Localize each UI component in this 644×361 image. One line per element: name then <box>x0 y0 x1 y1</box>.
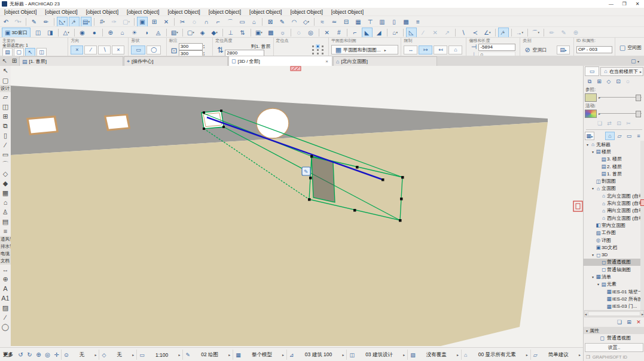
splitter-icon[interactable]: ✂ <box>624 119 633 128</box>
tree-expander-icon[interactable]: ▾ <box>591 275 595 279</box>
add-cutting-plane-icon[interactable]: △ <box>61 28 72 38</box>
shadow-icon[interactable]: ◑ <box>141 28 152 38</box>
tree-item[interactable]: ▾ ◻ 3D <box>584 251 644 258</box>
shape-rectangle-icon[interactable]: ▭ <box>131 45 145 54</box>
hatch-icon[interactable]: ▩ <box>401 17 411 27</box>
split-icon[interactable]: ◌ <box>189 17 200 27</box>
scale-option[interactable]: ▭ 1:100 ▸ <box>136 350 182 360</box>
width-input[interactable]: 300 <box>179 43 203 50</box>
toolbar-icon[interactable] <box>174 18 175 26</box>
orbit-icon[interactable]: ◎ <box>43 351 52 358</box>
cutting-planes-icon[interactable]: ◨ <box>45 28 56 38</box>
orbit-mode-icon[interactable]: ◌ <box>294 28 304 38</box>
toolbar-icon[interactable] <box>291 29 291 37</box>
editing-plane-toggle-icon[interactable]: ◣ <box>362 28 373 38</box>
3d-viewport[interactable]: ✎ <box>11 66 583 347</box>
toolbar-icon[interactable] <box>102 29 103 37</box>
fill-toggle-icon[interactable]: ⊡ <box>614 119 624 128</box>
arrow-tool[interactable]: ↖ <box>0 66 11 75</box>
mirror-icon[interactable]: ◇ <box>301 17 312 27</box>
adjust-icon[interactable]: ∩ <box>201 17 212 27</box>
graphic-override-option[interactable]: ▨ 没有覆盖 ▸ <box>407 350 461 360</box>
view-tab[interactable]: ⌂ [北向立面图] <box>333 56 437 66</box>
window-2[interactable] <box>106 116 129 129</box>
toolbar-icon[interactable] <box>403 29 404 37</box>
design-section-label[interactable]: 设计 <box>0 85 11 92</box>
text-tool[interactable]: A <box>0 284 11 293</box>
marquee-tool[interactable]: ▢ <box>0 75 11 85</box>
library-chooser-button[interactable]: ▤▸ <box>557 45 570 54</box>
frame-icon[interactable]: ▢ <box>121 17 132 27</box>
zoom-box-icon[interactable]: ⊕ <box>34 351 43 358</box>
zoom-preset-option[interactable]: ⊙ 无 ▸ <box>61 350 99 360</box>
guide-project-icon[interactable]: ↗ <box>442 28 453 38</box>
toolbar-icon[interactable] <box>251 29 251 37</box>
graphisoft-id-row[interactable]: ❐ GRAPHISOFT ID <box>584 353 644 360</box>
wall-tool[interactable]: ▱ <box>0 92 11 102</box>
publisher-icon[interactable]: ≡ <box>634 132 643 140</box>
toolbar-icon[interactable] <box>222 29 223 37</box>
column-icon[interactable]: ▯ <box>389 17 399 27</box>
explore-walk-icon[interactable]: ✛ <box>52 351 61 358</box>
rotate-icon[interactable]: ◠ <box>289 17 300 27</box>
plan-section-button[interactable]: ▦ 平面图和剖面图... ▸ <box>331 45 398 54</box>
view-map-icon[interactable]: ▱ <box>615 132 624 140</box>
tree-item[interactable]: ◧ 室内立面图 <box>584 222 644 229</box>
magnet-icon[interactable]: ⊕ <box>570 28 581 38</box>
pen-icon[interactable]: ✎ <box>558 28 569 38</box>
toolbar-icon[interactable] <box>134 18 135 26</box>
snap-grid-icon[interactable]: # <box>97 17 108 27</box>
gravity-icon[interactable]: ⊤ <box>365 17 376 27</box>
menu-item[interactable]: [object Object] <box>245 9 286 15</box>
toolbar-icon[interactable] <box>347 29 347 37</box>
stair-tool[interactable]: ▤ <box>0 217 11 226</box>
marquee-3d-icon[interactable]: ▢ <box>185 28 196 38</box>
shape-circle-icon[interactable]: ◯ <box>146 45 161 54</box>
look-to-icon[interactable]: ● <box>89 28 100 38</box>
limit-infinite-icon[interactable]: ↔ <box>404 45 417 54</box>
menu-item[interactable]: [object Object] <box>327 9 368 15</box>
gravity-3d-icon[interactable]: ⊥ <box>225 28 236 38</box>
undo-icon[interactable]: ↶ <box>1 17 11 27</box>
limit-half-icon[interactable]: ↤ <box>434 45 447 54</box>
tab-close-icon[interactable]: × <box>324 59 329 64</box>
sun-icon[interactable]: ☀ <box>129 28 140 38</box>
radial-dimension-tool[interactable]: ⊕ <box>0 274 11 284</box>
swap-icon[interactable]: ⇄ <box>605 119 614 128</box>
relative-coords-icon[interactable]: ⌂ <box>390 28 401 38</box>
properties-header[interactable]: ▾ 属性 <box>584 327 644 334</box>
zoom-forward-icon[interactable]: ↻ <box>25 351 34 358</box>
tree-hscrollbar[interactable]: ◂ ▸ <box>584 310 644 317</box>
layout-book-icon[interactable]: ▭ <box>624 132 634 140</box>
move-icon[interactable]: ⊠ <box>265 17 276 27</box>
ungroup-icon[interactable]: ⊞ <box>149 17 160 27</box>
pipe-section-label[interactable]: 排水管 <box>0 243 11 250</box>
tree-item[interactable]: ▦ IES-01 墙壁一览... <box>584 288 644 295</box>
snap-angle-icon[interactable]: ≺ <box>470 28 481 38</box>
snap-constraint-icon[interactable]: ∕ <box>498 28 509 38</box>
array-icon[interactable]: ▦ <box>353 17 364 27</box>
tree-item[interactable]: ▾ ⌂ 无标题 <box>584 141 644 148</box>
tree-expander-icon[interactable]: ▾ <box>591 186 595 190</box>
reference-color-swatch[interactable] <box>585 93 597 102</box>
group-icon[interactable]: ▣ <box>137 17 148 27</box>
tree-item[interactable]: ▾ ▤ 楼层 <box>584 148 644 155</box>
menu-item[interactable]: [object Object] <box>41 9 81 15</box>
sketch-icon[interactable]: ✏ <box>547 28 557 38</box>
tree-item[interactable]: ▤ 2. 楼层 <box>584 163 644 170</box>
composite-icon[interactable]: ▥ <box>377 17 387 27</box>
dimension-style-option[interactable]: ⊿ 03 建筑 100 ▸ <box>286 350 346 360</box>
hscroll-right-icon[interactable]: ▸ <box>642 312 643 316</box>
redo-icon[interactable]: ↷ <box>13 17 23 27</box>
tree-item[interactable]: ▤ 3. 楼层 <box>584 156 644 163</box>
rebuild-reference-icon[interactable]: ◇ <box>604 77 614 86</box>
snap-guides-icon[interactable]: ∕ <box>69 17 80 27</box>
filter-elements-icon[interactable]: ◈ <box>197 28 208 38</box>
axonometry-icon[interactable]: ◬ <box>153 28 164 38</box>
choose-reference-icon[interactable]: ⊞ <box>594 77 604 86</box>
tree-expander-icon[interactable]: ▾ <box>591 253 595 257</box>
sort-icon[interactable]: ⇅ <box>237 28 248 38</box>
anchor-point-grid[interactable] <box>310 44 325 55</box>
layer-combination-option[interactable]: ◫ 03 建筑设计 ▸ <box>346 350 407 360</box>
slab-tool[interactable]: ▭ <box>0 150 11 159</box>
